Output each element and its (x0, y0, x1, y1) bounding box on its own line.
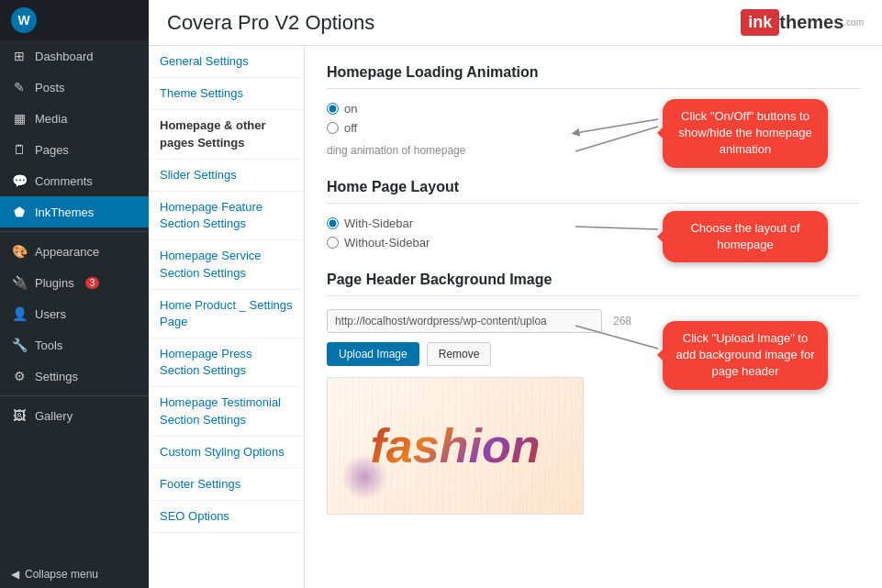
sidebar-item-label: Comments (35, 174, 93, 188)
sidebar-item-label: Appearance (35, 245, 99, 259)
callout-animation: Click "On/Off" buttons to show/hide the … (663, 99, 828, 168)
header-image-section: Page Header Background Image 268 Upload … (327, 272, 860, 515)
sidebar-divider (0, 231, 149, 232)
plugins-badge: 3 (85, 277, 100, 289)
sidebar-item-label: Settings (35, 370, 78, 383)
posts-icon: ✎ (11, 79, 28, 95)
collapse-label: Collapse menu (25, 568, 98, 581)
animation-on-label[interactable]: on (344, 102, 357, 116)
image-url-input[interactable] (327, 309, 602, 333)
sidebar-item-settings[interactable]: ⚙ Settings (0, 361, 149, 392)
sidebar-item-label: Tools (35, 338, 62, 352)
sidebar-menu: ⊞ Dashboard ✎ Posts ▦ Media 🗒 Pages 💬 Co… (0, 40, 149, 560)
sidebar-item-inkthemes[interactable]: ⬟ InkThemes (0, 196, 149, 227)
wp-logo: W (11, 7, 37, 33)
sidebar-item-label: InkThemes (35, 205, 94, 219)
with-sidebar-label[interactable]: With-Sidebar (344, 216, 413, 230)
preview-fashion-text: fashion (371, 418, 541, 473)
comments-icon: 💬 (11, 172, 28, 189)
sidebar-item-pages[interactable]: 🗒 Pages (0, 134, 149, 165)
page-title: Covera Pro V2 Options (167, 11, 374, 35)
animation-off-radio[interactable] (327, 122, 339, 134)
animation-off-label[interactable]: off (344, 121, 357, 135)
content-area: General Settings Theme Settings Homepage… (149, 46, 882, 588)
with-sidebar-radio[interactable] (327, 217, 339, 229)
sidebar-item-label: Plugins (35, 276, 74, 290)
sub-sidebar-item-general[interactable]: General Settings (149, 46, 304, 78)
sub-sidebar-item-feature[interactable]: Homepage Feature Section Settings (149, 192, 304, 240)
logo-themes: themes (779, 12, 843, 33)
layout-section-title: Home Page Layout (327, 179, 860, 204)
sidebar-logo: W (0, 0, 149, 40)
sub-sidebar-item-testimonial[interactable]: Homepage Testimonial Section Settings (149, 387, 304, 436)
gallery-icon: 🖼 (11, 407, 28, 424)
image-size: 268 (613, 315, 631, 327)
sidebar-item-media[interactable]: ▦ Media (0, 103, 149, 134)
plugins-icon: 🔌 (11, 274, 28, 291)
sub-sidebar: General Settings Theme Settings Homepage… (149, 46, 305, 588)
header-image-section-title: Page Header Background Image (327, 272, 860, 296)
appearance-icon: 🎨 (11, 243, 28, 260)
sub-sidebar-item-theme[interactable]: Theme Settings (149, 78, 304, 110)
collapse-menu-button[interactable]: ◀ Collapse menu (0, 560, 149, 588)
sidebar-item-label: Pages (35, 143, 69, 157)
sidebar-item-dashboard[interactable]: ⊞ Dashboard (0, 40, 149, 72)
sidebar-item-tools[interactable]: 🔧 Tools (0, 329, 149, 361)
sidebar-item-comments[interactable]: 💬 Comments (0, 165, 149, 196)
sidebar-item-posts[interactable]: ✎ Posts (0, 72, 149, 103)
sidebar-item-appearance[interactable]: 🎨 Appearance (0, 236, 149, 267)
settings-panel: Homepage Loading Animation on off ding a… (305, 46, 882, 588)
callout-upload: Click "Upload Image" to add background i… (663, 321, 828, 390)
sidebar: W ⊞ Dashboard ✎ Posts ▦ Media 🗒 Pages 💬 … (0, 0, 149, 588)
settings-icon: ⚙ (11, 368, 28, 384)
media-icon: ▦ (11, 110, 28, 127)
sidebar-divider-2 (0, 395, 149, 396)
sidebar-item-users[interactable]: 👤 Users (0, 298, 149, 329)
sidebar-item-label: Posts (35, 81, 65, 94)
tools-icon: 🔧 (11, 337, 28, 353)
sub-sidebar-item-slider[interactable]: Slider Settings (149, 160, 304, 192)
users-icon: 👤 (11, 305, 28, 322)
sub-sidebar-item-service[interactable]: Homepage Service Section Settings (149, 240, 304, 289)
callout-layout: Choose the layout of homepage (663, 211, 828, 262)
image-preview: fashion (327, 377, 584, 515)
remove-image-button[interactable]: Remove (427, 342, 492, 366)
topbar: Covera Pro V2 Options ink themes .com (149, 0, 882, 46)
dashboard-icon: ⊞ (11, 48, 28, 64)
inkthemes-icon: ⬟ (11, 204, 28, 220)
sidebar-item-plugins[interactable]: 🔌 Plugins 3 (0, 267, 149, 298)
logo-com: .com (843, 17, 864, 28)
without-sidebar-radio[interactable] (327, 237, 339, 249)
sub-sidebar-item-footer[interactable]: Footer Settings (149, 469, 304, 501)
logo-ink: ink (741, 9, 779, 36)
sub-sidebar-item-custom-styling[interactable]: Custom Styling Options (149, 437, 304, 469)
sub-sidebar-item-homepage-other[interactable]: Homepage & other pages Settings (149, 110, 304, 159)
sub-sidebar-item-product[interactable]: Home Product _ Settings Page (149, 290, 304, 338)
sub-sidebar-item-press[interactable]: Homepage Press Section Settings (149, 338, 304, 387)
sub-sidebar-item-seo[interactable]: SEO Options (149, 501, 304, 533)
topbar-logo: ink themes .com (741, 9, 864, 36)
sidebar-item-label: Gallery (35, 409, 73, 423)
upload-image-button[interactable]: Upload Image (327, 342, 419, 366)
main-area: Covera Pro V2 Options ink themes .com Ge… (149, 0, 882, 588)
animation-section-title: Homepage Loading Animation (327, 64, 860, 89)
pages-icon: 🗒 (11, 141, 28, 158)
sidebar-item-label: Media (35, 112, 67, 126)
sidebar-item-gallery[interactable]: 🖼 Gallery (0, 400, 149, 431)
animation-on-radio[interactable] (327, 103, 339, 115)
collapse-icon: ◀ (11, 568, 19, 581)
without-sidebar-label[interactable]: Without-Sidebar (344, 236, 430, 250)
sidebar-item-label: Dashboard (35, 50, 94, 63)
sidebar-item-label: Users (35, 307, 66, 321)
